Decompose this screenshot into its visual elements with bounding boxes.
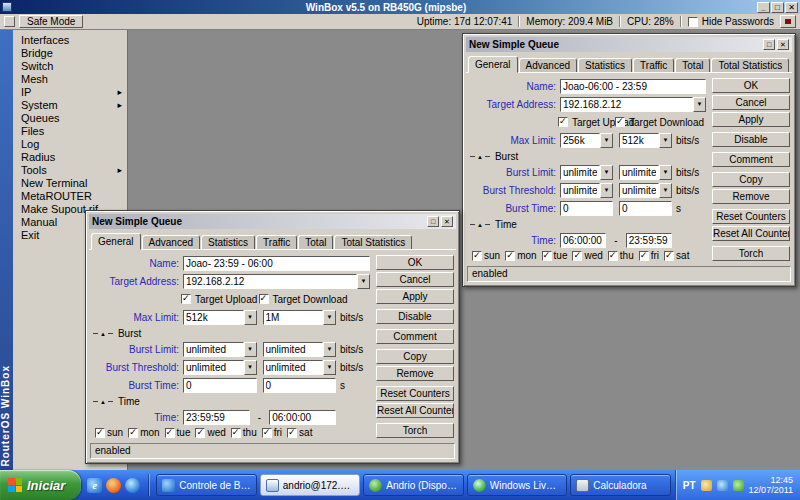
burst-limit-upload-input[interactable]: [560, 165, 600, 180]
task-controle-de-banda[interactable]: Controle de Banda p...: [156, 474, 257, 496]
burst-time-download-input[interactable]: [263, 378, 337, 393]
task-messenger-status[interactable]: Andrio (Disponível): [363, 474, 464, 496]
tab-advanced[interactable]: Advanced: [519, 58, 577, 72]
day-tue-checkbox[interactable]: tue: [165, 427, 191, 438]
target-download-checkbox[interactable]: Target Download: [259, 294, 337, 305]
sidebar-item-radius[interactable]: Radius: [13, 151, 127, 164]
target-upload-checkbox[interactable]: Target Upload: [558, 117, 615, 128]
media-player-icon[interactable]: [125, 478, 140, 493]
maximize-button[interactable]: [771, 2, 784, 13]
burst-time-download-input[interactable]: [619, 201, 672, 216]
time-to-input[interactable]: [626, 233, 672, 248]
burst-threshold-download-input[interactable]: [619, 183, 659, 198]
burst-limit-download-input[interactable]: [619, 165, 659, 180]
dialog-pin-button[interactable]: [763, 39, 775, 50]
remove-button[interactable]: Remove: [712, 189, 790, 204]
checkbox-icon[interactable]: [181, 294, 191, 304]
burst-time-upload-input[interactable]: [560, 201, 613, 216]
checkbox-icon[interactable]: [231, 428, 241, 438]
tab-general[interactable]: General: [91, 233, 141, 250]
checkbox-icon[interactable]: [505, 251, 515, 261]
checkbox-icon[interactable]: [262, 428, 272, 438]
day-sat-checkbox[interactable]: sat: [664, 250, 689, 261]
sidebar-item-log[interactable]: Log: [13, 138, 127, 151]
task-windows-live-messenger[interactable]: Windows Live Messe...: [467, 474, 568, 496]
dropdown-arrow-icon[interactable]: [323, 360, 336, 375]
torch-button[interactable]: Torch: [376, 423, 454, 438]
dropdown-arrow-icon[interactable]: [659, 165, 672, 180]
target-download-checkbox[interactable]: Target Download: [615, 117, 672, 128]
sidebar-item-system[interactable]: System: [13, 99, 127, 112]
messenger-tray-icon[interactable]: [733, 480, 744, 491]
day-wed-checkbox[interactable]: wed: [572, 250, 602, 261]
reset-counters-button[interactable]: Reset Counters: [712, 209, 790, 224]
checkbox-icon[interactable]: [688, 17, 698, 27]
target-upload-checkbox[interactable]: Target Upload: [181, 294, 259, 305]
burst-section-header[interactable]: Burst: [468, 150, 706, 162]
day-wed-checkbox[interactable]: wed: [195, 427, 225, 438]
time-section-header[interactable]: Time: [468, 218, 706, 230]
burst-threshold-upload-input[interactable]: [560, 183, 600, 198]
burst-limit-upload-input[interactable]: [183, 342, 244, 357]
checkbox-icon[interactable]: [542, 251, 552, 261]
undo-icon[interactable]: [4, 16, 15, 27]
network-icon[interactable]: [717, 480, 728, 491]
reset-counters-button[interactable]: Reset Counters: [376, 386, 454, 401]
start-button[interactable]: Iniciar: [0, 470, 81, 500]
max-limit-download-input[interactable]: [619, 133, 659, 148]
checkbox-icon[interactable]: [95, 428, 105, 438]
task-calculadora[interactable]: Calculadora: [570, 474, 671, 496]
dialog-close-button[interactable]: [777, 39, 789, 50]
burst-threshold-upload-input[interactable]: [183, 360, 244, 375]
apply-button[interactable]: Apply: [712, 112, 790, 127]
target-address-input[interactable]: [183, 274, 357, 289]
tab-statistics[interactable]: Statistics: [201, 235, 255, 249]
reset-all-counters-button[interactable]: Reset All Counters: [712, 226, 790, 241]
time-section-header[interactable]: Time: [91, 395, 370, 407]
ok-button[interactable]: OK: [712, 78, 790, 93]
tab-statistics[interactable]: Statistics: [578, 58, 632, 72]
torch-button[interactable]: Torch: [712, 246, 790, 261]
max-limit-upload-input[interactable]: [183, 310, 244, 325]
volume-icon[interactable]: [701, 480, 712, 491]
task-winbox-active[interactable]: andrio@172.24.30...: [260, 474, 361, 496]
dropdown-arrow-icon[interactable]: [323, 342, 336, 357]
dropdown-arrow-icon[interactable]: [244, 360, 257, 375]
comment-button[interactable]: Comment: [712, 152, 790, 167]
checkbox-icon[interactable]: [572, 251, 582, 261]
sidebar-item-new-terminal[interactable]: New Terminal: [13, 177, 127, 190]
disable-button[interactable]: Disable: [376, 309, 454, 324]
checkbox-icon[interactable]: [608, 251, 618, 261]
time-from-input[interactable]: [183, 410, 250, 425]
tab-traffic[interactable]: Traffic: [633, 58, 674, 72]
checkbox-icon[interactable]: [259, 294, 269, 304]
dialog-titlebar[interactable]: New Simple Queue: [89, 214, 456, 229]
dialog-pin-button[interactable]: [427, 216, 439, 227]
firefox-icon[interactable]: [106, 478, 121, 493]
name-input[interactable]: [560, 79, 706, 94]
reset-all-counters-button[interactable]: Reset All Counters: [376, 403, 454, 418]
lock-icon-button[interactable]: [780, 15, 796, 28]
day-sun-checkbox[interactable]: sun: [472, 250, 500, 261]
minimize-button[interactable]: [757, 2, 770, 13]
day-fri-checkbox[interactable]: fri: [262, 427, 282, 438]
dropdown-arrow-icon[interactable]: [659, 133, 672, 148]
disable-button[interactable]: Disable: [712, 132, 790, 147]
dropdown-arrow-icon[interactable]: [600, 133, 613, 148]
sidebar-item-tools[interactable]: Tools: [13, 164, 127, 177]
safe-mode-button[interactable]: Safe Mode: [19, 15, 83, 28]
ok-button[interactable]: OK: [376, 255, 454, 270]
checkbox-icon[interactable]: [615, 117, 625, 127]
checkbox-icon[interactable]: [664, 251, 674, 261]
dropdown-arrow-icon[interactable]: [693, 97, 706, 112]
max-limit-upload-input[interactable]: [560, 133, 600, 148]
checkbox-icon[interactable]: [165, 428, 175, 438]
target-address-input[interactable]: [560, 97, 693, 112]
tab-total-statistics[interactable]: Total Statistics: [334, 235, 412, 249]
tab-total-statistics[interactable]: Total Statistics: [711, 58, 789, 72]
time-to-input[interactable]: [269, 410, 336, 425]
tab-total[interactable]: Total: [675, 58, 710, 72]
sidebar-item-mesh[interactable]: Mesh: [13, 73, 127, 86]
tab-total[interactable]: Total: [298, 235, 333, 249]
checkbox-icon[interactable]: [558, 117, 568, 127]
